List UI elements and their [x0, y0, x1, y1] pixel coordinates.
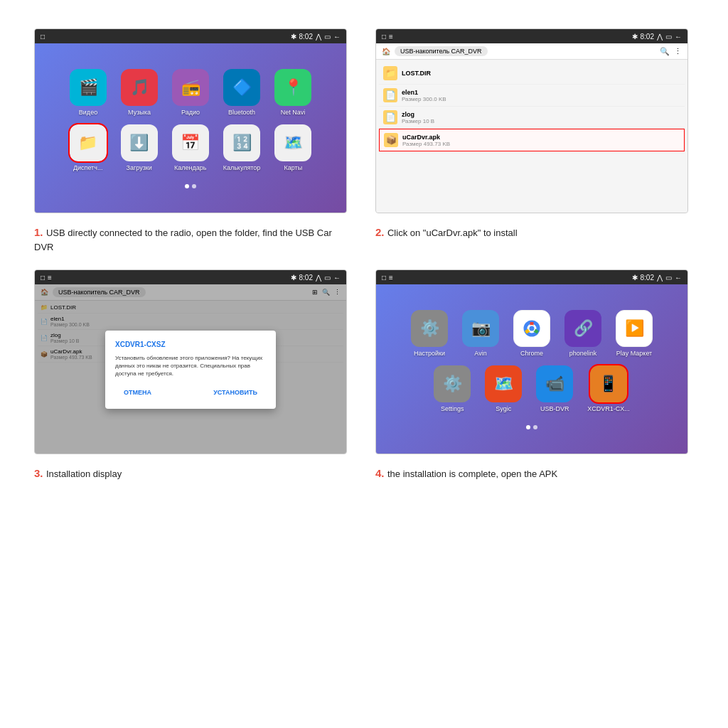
app-phonelink-icon: 🔗	[564, 310, 601, 347]
app-music[interactable]: 🎵 Музыка	[121, 69, 158, 116]
file-size-apk: Размер 493.73 KB	[402, 141, 450, 147]
app-radio[interactable]: 📻 Радио	[172, 69, 209, 116]
caption-4: 4. the installation is complete, open th…	[364, 461, 705, 490]
caption-text-3: Installation display	[46, 469, 122, 479]
app-music-label: Музыка	[128, 109, 151, 116]
screen1-cell: □ ✱ 8:02 ⋀ ▭ ← 🎬 Видео 🎵	[23, 21, 364, 220]
main-grid: □ ✱ 8:02 ⋀ ▭ ← 🎬 Видео 🎵	[23, 21, 705, 490]
file-name-lost: LOST.DIR	[402, 70, 431, 77]
app-maps[interactable]: 🗺️ Карты	[274, 124, 311, 171]
app-maps-label: Карты	[284, 164, 303, 171]
app-settings-label: Настройки	[414, 350, 445, 357]
app-maps-icon: 🗺️	[274, 124, 311, 161]
file-name-apk: uCarDvr.apk	[402, 134, 450, 141]
file-name-elen1: elen1	[402, 89, 446, 96]
file-list: 📁 LOST.DIR 📄 elen1 Размер 300.0 KB �	[376, 60, 687, 213]
app-radio-icon: 📻	[172, 69, 209, 106]
time-4: 8:02	[641, 274, 654, 282]
app-avin[interactable]: 📷 Avin	[462, 310, 499, 357]
caption-1: 1. USB directly connected to the radio, …	[23, 220, 364, 262]
screen1: □ ✱ 8:02 ⋀ ▭ ← 🎬 Видео 🎵	[34, 28, 347, 213]
app-play-icon: ▶️	[616, 310, 653, 347]
expand-icon-2: ⋀	[657, 33, 663, 41]
app-netnavi[interactable]: 📍 Net Navi	[274, 69, 311, 116]
app-chrome[interactable]: Chrome	[513, 310, 550, 357]
app-usbdvr-label: USB-DVR	[540, 405, 569, 412]
app-phonelink[interactable]: 🔗 phonelink	[564, 310, 601, 357]
file-toolbar: 🏠 USB-накопитель CAR_DVR 🔍 ⋮	[376, 43, 687, 60]
app-grid-1: 🎬 Видео 🎵 Музыка 📻 Радио 🔷 Bluetooth	[35, 43, 346, 213]
app-video[interactable]: 🎬 Видео	[70, 69, 107, 116]
app-bluetooth[interactable]: 🔷 Bluetooth	[223, 69, 260, 116]
home-icon: □	[41, 33, 45, 41]
cancel-button[interactable]: ОТМЕНА	[115, 386, 160, 399]
app-calc-icon: 🔢	[223, 124, 260, 161]
app-settings2[interactable]: ⚙️ Settings	[434, 365, 471, 412]
dialog-buttons: ОТМЕНА УСТАНОВИТЬ	[115, 386, 266, 399]
time-3: 8:02	[299, 274, 313, 282]
expand-icon: ⋀	[316, 33, 321, 41]
app-playstore[interactable]: ▶️ Play Маркет	[616, 310, 653, 357]
status-bar-3: □ ≡ ✱ 8:02 ⋀ ▭ ←	[35, 270, 346, 284]
app-cal-icon: 📅	[172, 124, 209, 161]
app-downloads[interactable]: ⬇️ Загрузки	[121, 124, 158, 171]
app-row-3: ⚙️ Настройки 📷 Avin	[411, 310, 653, 357]
step-number-2: 2.	[375, 226, 385, 238]
install-bg: 🏠 USB-накопитель CAR_DVR ⊞ 🔍 ⋮ 📁 LOST.DI…	[35, 284, 346, 454]
app-dl-label: Загрузки	[127, 164, 152, 171]
app-disp-label: Диспетч...	[73, 164, 103, 171]
bluetooth-icon-3: ✱	[291, 274, 296, 282]
home-icon-4: □	[382, 274, 386, 282]
app-play-label: Play Маркет	[616, 350, 652, 357]
app-calculator[interactable]: 🔢 Калькулятор	[223, 124, 261, 171]
app-usbdvr[interactable]: 📹 USB-DVR	[536, 365, 573, 412]
folder-nav-icon: 🏠	[382, 48, 390, 55]
expand-icon-3: ⋀	[316, 274, 321, 282]
app-avin-label: Avin	[474, 350, 486, 357]
screen2: □ ≡ ✱ 8:02 ⋀ ▭ ← 🏠 USB-накопитель CAR_DV…	[375, 28, 688, 213]
page-dots-2	[526, 425, 537, 429]
chrome-label: Chrome	[520, 350, 543, 357]
file-icon-zlog: 📄	[383, 110, 397, 124]
app-dispatcher[interactable]: 📁 Диспетч...	[70, 124, 107, 171]
app-settings[interactable]: ⚙️ Настройки	[411, 310, 448, 357]
app-cal-label: Календарь	[174, 164, 206, 171]
caption-3: 3. Installation display	[23, 461, 364, 490]
file-name-zlog: zlog	[402, 111, 434, 118]
status-bar-1: □ ✱ 8:02 ⋀ ▭ ←	[35, 29, 346, 43]
app-avin-icon: 📷	[462, 310, 499, 347]
app-sygic[interactable]: 🗺️ Sygic	[485, 365, 522, 412]
screen3: □ ≡ ✱ 8:02 ⋀ ▭ ← 🏠 USB-накопитель CAR_DV…	[34, 269, 347, 454]
install-button[interactable]: УСТАНОВИТЬ	[205, 386, 266, 399]
back-icon: ←	[333, 33, 341, 41]
file-item-apk[interactable]: 📦 uCarDvr.apk Размер 493.73 KB	[379, 129, 685, 151]
svg-point-3	[530, 326, 535, 331]
app-row-2: 📁 Диспетч... ⬇️ Загрузки 📅 Календарь 🔢 К…	[70, 124, 312, 171]
dot-2	[192, 184, 196, 188]
app-settings-icon: ⚙️	[411, 310, 448, 347]
file-item-zlog[interactable]: 📄 zlog Размер 10 B	[379, 107, 685, 129]
app-row-1: 🎬 Видео 🎵 Музыка 📻 Радио 🔷 Bluetooth	[70, 69, 311, 116]
app-xcdvr-label: XCDVR1-CX...	[587, 405, 630, 412]
app-bt-label: Bluetooth	[228, 109, 255, 116]
more-icon[interactable]: ⋮	[674, 47, 682, 56]
app-calendar[interactable]: 📅 Календарь	[172, 124, 209, 171]
step-number-1: 1.	[34, 226, 43, 238]
app-sygic-icon: 🗺️	[485, 365, 522, 402]
menu-icon: ≡	[389, 33, 393, 41]
file-size-zlog: Размер 10 B	[402, 118, 434, 124]
menu-icon-3: ≡	[48, 274, 52, 282]
file-item-elen1[interactable]: 📄 elen1 Размер 300.0 KB	[379, 85, 685, 107]
app-xcdvr-icon: 📱	[590, 365, 627, 402]
chrome-icon	[513, 310, 550, 347]
screen3-cell: □ ≡ ✱ 8:02 ⋀ ▭ ← 🏠 USB-накопитель CAR_DV…	[23, 262, 364, 461]
app-xcdvr[interactable]: 📱 XCDVR1-CX...	[587, 365, 630, 412]
app-dl-icon: ⬇️	[121, 124, 158, 161]
dot-3	[526, 425, 530, 429]
screen2-cell: □ ≡ ✱ 8:02 ⋀ ▭ ← 🏠 USB-накопитель CAR_DV…	[364, 21, 705, 220]
search-icon[interactable]: 🔍	[660, 47, 670, 56]
caption-text-4: the installation is complete, open the A…	[387, 469, 557, 479]
app-radio-label: Радио	[181, 109, 200, 116]
file-manager: 🏠 USB-накопитель CAR_DVR 🔍 ⋮ 📁 LOST.DIR …	[376, 43, 687, 213]
file-item-lost[interactable]: 📁 LOST.DIR	[379, 63, 685, 85]
